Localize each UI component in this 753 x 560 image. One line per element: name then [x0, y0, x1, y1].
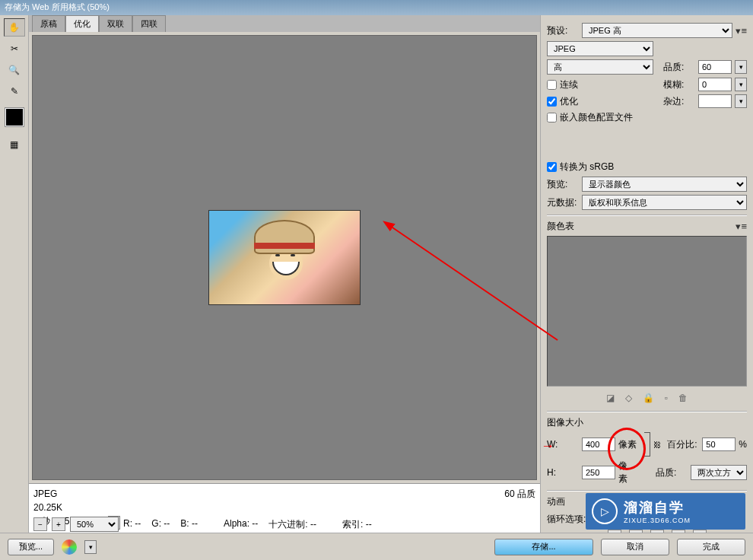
color-table[interactable] [547, 236, 747, 387]
watermark: ▷ 溜溜自学 ZIXUE.3D66.COM [586, 493, 745, 530]
srgb-check[interactable] [547, 162, 557, 172]
info-format: JPEG [33, 487, 120, 501]
matte-swatch[interactable] [698, 94, 732, 108]
browser-dropdown[interactable]: ▾ [84, 540, 97, 554]
cancel-button[interactable]: 取消 [601, 539, 669, 555]
hex-value: 十六进制: -- [268, 518, 316, 531]
window-titlebar: 存储为 Web 所用格式 (50%) [0, 0, 753, 15]
preset-label: 预设: [547, 24, 579, 37]
blur-label: 模糊: [663, 78, 695, 91]
annotation-arrow [383, 218, 565, 348]
slice-tool[interactable]: ✂ [4, 40, 25, 58]
color-table-controls: ◪ ◇ 🔒 ▫ 🗑 [547, 390, 747, 406]
right-panel: 预设: JPEG 高 ▾≡ JPEG 高 品质: ▾ 连续 模糊: ▾ 优化 杂… [540, 15, 753, 533]
ct-trash-icon[interactable]: 🗑 [678, 393, 688, 403]
preview-label: 预览: [547, 178, 579, 191]
browser-icon[interactable] [62, 539, 77, 555]
loop-label: 循环选项: [547, 513, 586, 526]
ct-icon-2[interactable]: ◇ [625, 393, 632, 403]
progressive-label: 连续 [560, 78, 578, 91]
width-unit: 像素 [618, 438, 637, 451]
percent-label: 百分比: [667, 438, 699, 451]
info-quality: 60 品质 [504, 487, 535, 501]
preview-tabs: 原稿 优化 双联 四联 [29, 15, 540, 32]
watermark-url: ZIXUE.3D66.COM [624, 517, 691, 524]
tab-optimized[interactable]: 优化 [65, 15, 99, 32]
height-input[interactable] [582, 466, 615, 479]
zoom-out-btn[interactable]: − [33, 517, 47, 531]
blur-slider-btn[interactable]: ▾ [735, 78, 747, 91]
optimize-label: 优化 [560, 95, 578, 108]
width-label: W: [547, 439, 579, 450]
preset-select[interactable]: JPEG 高 [582, 23, 732, 38]
eyedropper-tool[interactable]: ✎ [4, 82, 25, 100]
svg-line-0 [390, 226, 558, 340]
quality-input[interactable] [698, 60, 732, 74]
b-value: B: -- [180, 518, 198, 531]
tab-4up[interactable]: 四联 [132, 15, 166, 32]
quality-slider-btn[interactable]: ▾ [735, 60, 747, 74]
play-icon: ▷ [592, 498, 618, 524]
ct-new-icon[interactable]: ▫ [665, 393, 668, 403]
ct-lock-icon[interactable]: 🔒 [643, 393, 654, 403]
height-label: H: [547, 467, 579, 478]
preview-image [208, 210, 361, 305]
preview-button[interactable]: 预览... [8, 539, 54, 555]
blur-input[interactable] [698, 78, 732, 91]
preview-select[interactable]: 显示器颜色 [582, 177, 747, 192]
watermark-text: 溜溜自学 [624, 498, 691, 517]
matte-dropdown[interactable]: ▾ [735, 94, 747, 108]
preset-menu-icon[interactable]: ▾≡ [736, 25, 747, 37]
alpha-value: Alpha: -- [224, 518, 258, 531]
zoom-in-btn[interactable]: + [52, 517, 65, 531]
info-size: 20.25K [33, 501, 120, 514]
optimize-check[interactable] [547, 97, 557, 107]
toggle-slices[interactable]: ▦ [4, 135, 25, 154]
color-table-menu-icon[interactable]: ▾≡ [736, 221, 747, 232]
srgb-label: 转换为 sRGB [560, 161, 614, 173]
resample-label: 品质: [656, 466, 688, 479]
metadata-label: 元数据: [547, 196, 579, 209]
embed-label: 嵌入颜色配置文件 [560, 111, 633, 124]
embed-check[interactable] [547, 113, 557, 123]
quality-level-select[interactable]: 高 [547, 59, 653, 75]
dialog-footer: 预览... ▾ 存储... 取消 完成 [0, 533, 753, 560]
progressive-check[interactable] [547, 80, 557, 90]
left-toolbar: ✋ ✂ 🔍 ✎ ▦ [0, 15, 29, 533]
r-value: R: -- [123, 518, 141, 531]
ct-icon-1[interactable]: ◪ [606, 393, 615, 403]
width-input[interactable] [582, 438, 615, 451]
matte-label: 杂边: [663, 95, 695, 108]
zoom-info-bar: − + 50% R: -- G: -- B: -- Alpha: -- 十六进制… [33, 516, 505, 533]
done-button[interactable]: 完成 [677, 539, 745, 555]
link-icon[interactable]: ⛓ [653, 441, 661, 449]
zoom-select[interactable]: 50% [70, 517, 119, 532]
zoom-tool[interactable]: 🔍 [4, 61, 25, 79]
save-button[interactable]: 存储... [494, 539, 593, 555]
format-select[interactable]: JPEG [547, 41, 653, 56]
foreground-color[interactable] [5, 108, 24, 126]
index-value: 索引: -- [342, 518, 372, 531]
tab-original[interactable]: 原稿 [32, 15, 65, 32]
metadata-select[interactable]: 版权和联系信息 [582, 195, 747, 210]
canvas-viewport[interactable] [32, 35, 537, 480]
g-value: G: -- [151, 518, 170, 531]
tab-2up[interactable]: 双联 [99, 15, 132, 32]
resample-select[interactable]: 两次立方 [691, 465, 747, 480]
animation-title: 动画 [547, 495, 565, 508]
percent-input[interactable] [702, 438, 736, 451]
color-table-label: 颜色表 [547, 220, 574, 233]
percent-sym: % [739, 439, 747, 450]
hand-tool[interactable]: ✋ [4, 18, 25, 37]
image-size-title: 图像大小 [547, 416, 583, 429]
height-unit: 像素 [618, 460, 634, 485]
quality-label: 品质: [663, 61, 695, 74]
